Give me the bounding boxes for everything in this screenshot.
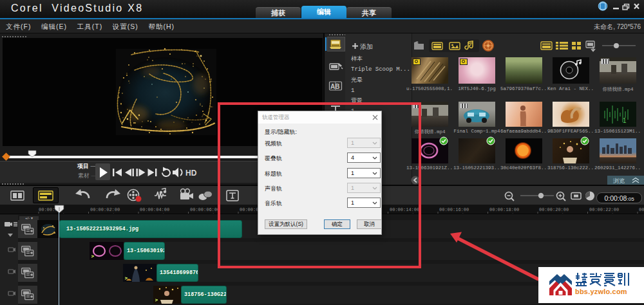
- svg-text:HD: HD: [185, 169, 197, 178]
- svg-text:1: 1: [623, 117, 627, 124]
- svg-text:AB: AB: [330, 83, 339, 90]
